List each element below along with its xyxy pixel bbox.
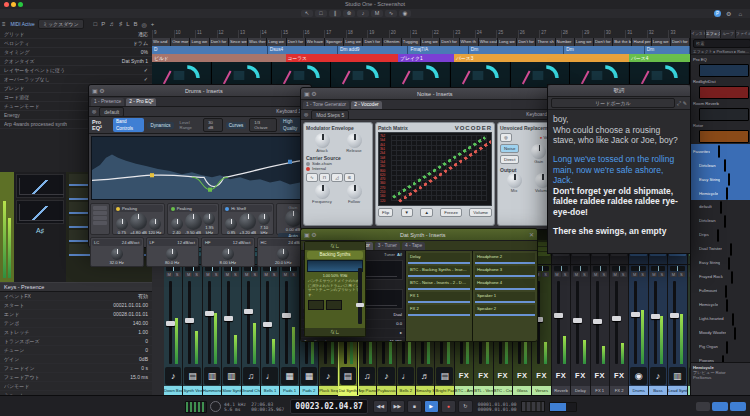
inspector-row[interactable]: テンポ 140.00 xyxy=(0,319,152,328)
lyric-clip[interactable]: Since we xyxy=(229,38,248,46)
arrange-tool-icon[interactable]: B xyxy=(134,21,138,28)
channel-name-label[interactable]: FX 2 xyxy=(610,386,628,395)
user-avatar[interactable]: P xyxy=(714,10,721,17)
cue-out-slot[interactable]: Speaker 2 xyxy=(475,305,535,316)
lyric-clip[interactable]: Long we xyxy=(421,38,440,46)
mute-button[interactable]: M xyxy=(573,272,580,277)
inspector-row[interactable]: チューン 0 xyxy=(0,346,152,355)
band-mode-dropdown[interactable]: Peaking xyxy=(177,205,192,212)
browser-item[interactable]: Dirtclean xyxy=(691,158,750,172)
cue-out-slot[interactable]: Headphone 2 xyxy=(475,253,535,264)
channel-name-label[interactable]: Down Beat xyxy=(164,386,182,395)
arrange-tool-icon[interactable]: ♯ xyxy=(119,21,122,28)
browser-item[interactable]: Fullmount xyxy=(691,284,750,298)
lyric-clip[interactable]: We have xyxy=(306,38,325,46)
channel-name-label[interactable]: Lead Synths xyxy=(668,386,686,395)
mute-button[interactable]: M xyxy=(554,272,561,277)
follow-knob[interactable] xyxy=(347,184,362,199)
channel-name-label[interactable]: Smashy Strings xyxy=(416,386,434,395)
lyric-clip[interactable]: Sponger xyxy=(325,38,344,46)
send-slot[interactable]: Delay xyxy=(408,253,470,264)
lyric-clip[interactable]: One mor xyxy=(171,38,190,46)
attack-knob[interactable] xyxy=(315,133,330,148)
solo-button[interactable]: S xyxy=(193,272,200,277)
gain-knob[interactable] xyxy=(185,213,202,230)
quick-action-button[interactable] xyxy=(712,402,728,411)
part-dropdown[interactable]: リードボーカル xyxy=(551,98,675,108)
gain-knob[interactable] xyxy=(130,213,147,230)
search-input[interactable] xyxy=(693,39,750,48)
arrange-tool-icon[interactable]: L xyxy=(126,21,129,28)
release-knob[interactable] xyxy=(347,133,362,148)
lyric-clip[interactable]: Don't for xyxy=(440,38,459,46)
inspector-row[interactable]: ストレッチ 1.00 xyxy=(0,328,152,337)
level-range-dropdown[interactable]: 30 dB xyxy=(203,118,223,132)
channel-name-label[interactable]: FX 1 xyxy=(591,386,609,395)
browser-item[interactable]: Dual Twister xyxy=(691,242,750,256)
inspector-value[interactable]: 1.00 xyxy=(138,329,148,335)
browser-item[interactable]: Frayed Rock xyxy=(691,270,750,284)
lyric-clip[interactable]: Don't for xyxy=(517,38,536,46)
channel-name-label[interactable]: Psybassic xyxy=(377,386,395,395)
cue-out-slot[interactable]: Speaker 1 xyxy=(475,292,535,303)
home-icon[interactable]: ⌂ xyxy=(738,11,742,17)
breadcrumb[interactable]: エフェクト ▸ PreSonus ▸ Rotor ▸ Favorites xyxy=(691,49,750,55)
loop-end-time[interactable]: 00009.01.01.00 xyxy=(478,407,517,412)
solo-button[interactable]: S xyxy=(639,272,646,277)
mixer-channel-strip[interactable]: M S FX Delay xyxy=(571,240,590,395)
mix-knob[interactable] xyxy=(507,173,522,188)
mixer-channel-strip[interactable]: M S FX FX 1 xyxy=(591,240,610,395)
band-controls-button[interactable]: Band Controls xyxy=(113,118,145,132)
none-slot-bottom[interactable]: なし xyxy=(305,328,365,336)
solo-button[interactable]: S xyxy=(174,272,181,277)
channel-fader[interactable] xyxy=(592,281,608,364)
browser-item[interactable]: RedlightDist xyxy=(691,78,750,100)
fader-handle[interactable] xyxy=(244,309,253,314)
channel-name-label[interactable]: Reverb xyxy=(552,386,570,395)
lyric-clip[interactable]: We and xyxy=(152,38,171,46)
lyrics-text[interactable]: boy,Who could choose a rousing stave, wh… xyxy=(548,110,690,240)
solo-button[interactable]: S xyxy=(542,272,549,277)
bypass-icon[interactable]: ◎ xyxy=(304,112,308,117)
browser-tab[interactable]: ループ xyxy=(721,30,736,38)
arranger-section[interactable]: バース3 xyxy=(454,54,629,62)
channel-fader[interactable] xyxy=(204,281,220,364)
lyric-clip[interactable]: Hand per xyxy=(632,38,651,46)
chord-event[interactable]: Dm add9 xyxy=(338,46,408,54)
channel-name-label[interactable]: Bright Pads xyxy=(435,386,453,395)
lyric-line[interactable]: There she swings, an empty xyxy=(553,226,685,237)
window-buttons[interactable]: ▣ ⚙ xyxy=(92,87,105,94)
inspector-value[interactable]: 0% xyxy=(141,49,148,55)
matrix-button[interactable]: Freeze xyxy=(440,208,462,217)
mixdown-dropdown[interactable]: ミックスダウン xyxy=(38,19,84,29)
browser-item[interactable]: Rotor xyxy=(691,122,750,144)
transport-button[interactable]: ▶▶ xyxy=(390,400,405,413)
lyric-clip[interactable]: Don't for xyxy=(671,38,690,46)
mute-button[interactable]: M xyxy=(631,272,638,277)
mute-button[interactable]: M xyxy=(204,272,211,277)
solo-button[interactable]: S xyxy=(620,272,627,277)
noise-button[interactable]: Noise xyxy=(500,144,519,153)
wave-shape-button[interactable]: ≋ xyxy=(344,173,356,182)
freq-knob[interactable] xyxy=(149,218,161,230)
pan-control[interactable] xyxy=(631,266,645,271)
channel-name-label[interactable]: Drums xyxy=(629,386,647,395)
mute-button[interactable]: M xyxy=(243,272,250,277)
chord-event[interactable]: Dm xyxy=(645,46,690,54)
fader-handle[interactable] xyxy=(166,321,175,326)
channel-name-label[interactable]: Grand Champ xyxy=(242,386,260,395)
chord-event[interactable]: Dsus4 xyxy=(268,46,338,54)
lyrics-titlebar[interactable]: 歌詞 xyxy=(548,85,690,97)
browser-item[interactable]: Light-hearted xyxy=(691,312,750,326)
transport-button[interactable]: ↻ xyxy=(458,400,473,413)
fader-handle[interactable] xyxy=(224,316,233,321)
power-button[interactable]: ◎ xyxy=(500,133,512,142)
pan-control[interactable] xyxy=(612,266,626,271)
mixer-channel-strip[interactable]: M S FX Reverb xyxy=(552,240,571,395)
mixer-channel-strip[interactable]: M S FX FX 2 xyxy=(610,240,629,395)
pan-control[interactable] xyxy=(593,266,607,271)
direct-button[interactable]: Direct xyxy=(500,155,519,164)
slope-dropdown[interactable]: 24 dB/oct xyxy=(122,239,140,246)
channel-name-label[interactable]: Bass xyxy=(649,386,667,395)
channel-name-label[interactable]: Gloss xyxy=(513,386,531,395)
